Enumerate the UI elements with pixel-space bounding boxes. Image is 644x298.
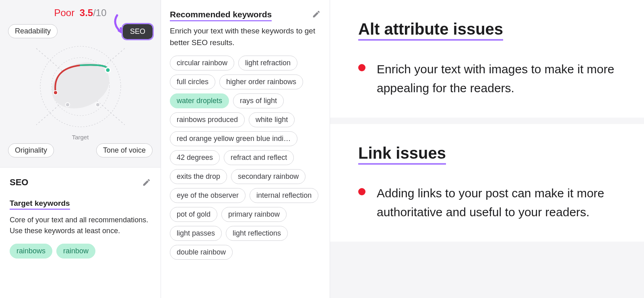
issue-item: Adding links to your post can make it mo… <box>358 184 620 221</box>
issue-text: Adding links to your post can make it mo… <box>377 184 620 221</box>
axis-tone[interactable]: Tone of voice <box>96 143 153 157</box>
radar-target-label: Target <box>8 134 153 141</box>
recommended-keyword-chip[interactable]: circular rainbow <box>170 56 234 70</box>
recommended-keyword-chip[interactable]: light reflections <box>226 226 288 241</box>
pencil-icon[interactable] <box>312 10 321 19</box>
recommended-keyword-chip[interactable]: 42 degrees <box>170 150 220 165</box>
pencil-icon[interactable] <box>142 178 151 187</box>
axis-readability[interactable]: Readability <box>8 24 58 38</box>
recommended-panel: Recommended keywords Enrich your text wi… <box>161 0 330 298</box>
score-card: Poor 3.5/10 Readability SEO <box>0 0 161 167</box>
target-keywords-title: Target keywords <box>10 199 70 210</box>
recommended-keyword-chip[interactable]: primary rainbow <box>221 207 287 222</box>
axis-pills-bottom: Originality Tone of voice <box>8 144 153 157</box>
recommended-keyword-chip[interactable]: light passes <box>170 226 222 241</box>
recommended-keyword-chip[interactable]: full circles <box>170 74 215 89</box>
recommended-title: Recommended keywords <box>170 10 272 21</box>
axis-pills-top: Readability SEO <box>8 24 153 38</box>
radar-chart <box>8 38 153 135</box>
score-line: Poor 3.5/10 <box>8 7 153 19</box>
recommended-keyword-chip[interactable]: higher order rainbows <box>219 74 303 89</box>
score-value: 3.5 <box>80 7 93 18</box>
recommended-keyword-chip[interactable]: pot of gold <box>170 207 217 222</box>
target-keywords-row: rainbowsrainbow <box>10 244 151 259</box>
recommended-keyword-chip[interactable]: secondary rainbow <box>231 169 305 184</box>
score-label: Poor <box>54 7 74 18</box>
issue-item: Enrich your text with images to make it … <box>358 60 620 97</box>
recommended-keyword-chip[interactable]: refract and reflect <box>224 150 294 165</box>
recommended-keyword-chip[interactable]: double rainbow <box>170 245 233 260</box>
axis-seo[interactable]: SEO <box>123 24 153 39</box>
recommended-keyword-chip[interactable]: rays of light <box>233 93 284 108</box>
svg-point-10 <box>66 103 70 107</box>
recommended-keyword-chip[interactable]: white light <box>249 112 295 127</box>
axis-originality[interactable]: Originality <box>8 143 54 157</box>
recommended-keyword-chip[interactable]: water droplets <box>170 93 229 108</box>
target-keyword-chip[interactable]: rainbow <box>56 244 95 259</box>
recommended-desc: Enrich your text with these keywords to … <box>170 25 321 48</box>
issue-card-alt: Alt attribute issues Enrich your text wi… <box>330 0 644 118</box>
svg-point-8 <box>105 68 110 72</box>
recommended-keyword-chip[interactable]: light refraction <box>238 56 297 70</box>
target-keyword-chip[interactable]: rainbows <box>10 244 52 259</box>
recommended-keyword-chip[interactable]: exits the drop <box>170 169 227 184</box>
left-panel: Poor 3.5/10 Readability SEO <box>0 0 161 298</box>
svg-point-9 <box>96 103 100 107</box>
recommended-keyword-chip[interactable]: internal reflection <box>250 188 318 203</box>
issue-title: Link issues <box>358 144 446 165</box>
score-outof: /10 <box>93 7 106 18</box>
recommended-keyword-chip[interactable]: red orange yellow green blue indi… <box>170 131 297 146</box>
issue-dot-icon <box>358 64 365 71</box>
issue-title: Alt attribute issues <box>358 20 503 41</box>
recommended-keyword-chip[interactable]: rainbows produced <box>170 112 245 127</box>
issue-dot-icon <box>358 188 365 195</box>
recommended-keywords-row: circular rainbowlight refractionfull cir… <box>170 56 321 260</box>
recommended-keyword-chip[interactable]: eye of the observer <box>170 188 246 203</box>
svg-point-7 <box>54 91 58 95</box>
issue-text: Enrich your text with images to make it … <box>377 60 620 97</box>
issues-panel: Alt attribute issues Enrich your text wi… <box>330 0 644 298</box>
target-keywords-desc: Core of your text and all recommendation… <box>10 215 151 236</box>
seo-card: SEO Target keywords Core of your text an… <box>0 167 161 298</box>
seo-card-title: SEO <box>10 177 28 188</box>
issue-card-links: Link issues Adding links to your post ca… <box>330 124 644 242</box>
